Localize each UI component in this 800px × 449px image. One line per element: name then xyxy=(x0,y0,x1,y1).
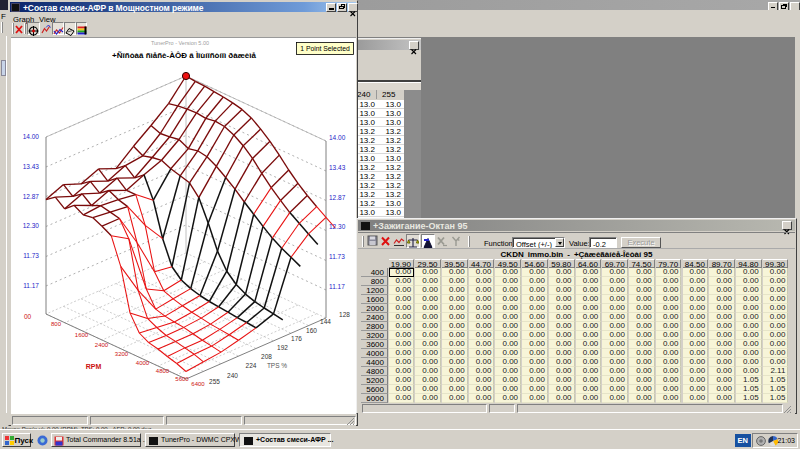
svg-text:14.00: 14.00 xyxy=(329,134,346,141)
svg-text:192: 192 xyxy=(277,344,288,351)
svg-text:3200: 3200 xyxy=(115,351,129,357)
svg-text:128: 128 xyxy=(339,311,350,318)
svg-text:255: 255 xyxy=(209,378,220,385)
svg-text:00: 00 xyxy=(24,313,32,320)
svg-text:RPM: RPM xyxy=(86,363,102,370)
svg-text:240: 240 xyxy=(227,372,238,379)
svg-text:12.87: 12.87 xyxy=(23,193,40,200)
svg-text:12.87: 12.87 xyxy=(329,194,346,201)
svg-text:1 Point Selected: 1 Point Selected xyxy=(300,45,350,52)
svg-text:13.43: 13.43 xyxy=(329,164,346,171)
svg-text:224: 224 xyxy=(246,362,257,369)
svg-text:5600: 5600 xyxy=(175,376,189,382)
svg-text:TunerPro - Version 5.00: TunerPro - Version 5.00 xyxy=(151,40,209,46)
svg-text:6400: 6400 xyxy=(191,381,205,387)
svg-text:11.73: 11.73 xyxy=(329,253,345,260)
svg-text:12.30: 12.30 xyxy=(23,222,40,229)
svg-text:800: 800 xyxy=(51,321,62,327)
svg-text:4800: 4800 xyxy=(156,368,170,374)
svg-text:+Ñîñòàâ ñìåñè-ÀÔÐ â Ìîùíîñòíîì: +Ñîñòàâ ñìåñè-ÀÔÐ â Ìîùíîñòíîì ðàæèìå xyxy=(112,51,256,60)
svg-text:14.00: 14.00 xyxy=(23,133,40,140)
svg-text:208: 208 xyxy=(261,353,272,360)
svg-text:11.17: 11.17 xyxy=(23,282,39,289)
svg-text:160: 160 xyxy=(306,327,317,334)
svg-text:1600: 1600 xyxy=(75,332,89,338)
svg-text:144: 144 xyxy=(320,318,331,325)
svg-text:13.43: 13.43 xyxy=(23,163,40,170)
svg-text:11.73: 11.73 xyxy=(23,252,39,259)
svg-text:4000: 4000 xyxy=(136,360,150,366)
svg-text:2400: 2400 xyxy=(95,342,109,348)
svg-text:TPS %: TPS % xyxy=(267,362,287,369)
svg-text:11.17: 11.17 xyxy=(329,283,345,290)
svg-text:12.30: 12.30 xyxy=(329,223,346,230)
svg-text:176: 176 xyxy=(291,335,302,342)
